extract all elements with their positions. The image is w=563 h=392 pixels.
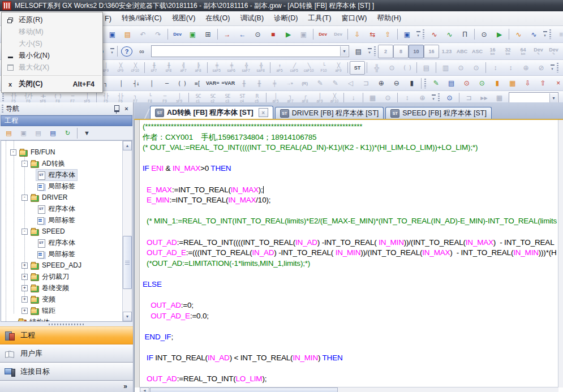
toolbar-fkey-button[interactable]: ╳aF9 [331, 61, 346, 74]
toolbar-help-button[interactable]: ? [121, 46, 132, 57]
tree-item[interactable]: +辊距 [1, 305, 123, 316]
toolbar-button[interactable]: ▣ [296, 28, 311, 41]
tree-expander[interactable]: + [22, 285, 28, 291]
toolbar-redo-button[interactable]: ↷ [151, 28, 166, 41]
menu-item[interactable]: 帮助(H) [372, 12, 406, 25]
scrollbar-thumb[interactable] [123, 236, 132, 289]
toolbar-property-button[interactable]: ▤ [46, 127, 60, 139]
editor-vertical-scrollbar[interactable] [558, 120, 563, 387]
toolbar-copy-button[interactable]: ▣ [16, 127, 31, 139]
toolbar-button[interactable]: ⊙ [459, 76, 474, 90]
tree-item[interactable]: +分切裁刀 [1, 271, 123, 282]
nav-button-conn[interactable]: 连接目标 [0, 363, 133, 381]
toolbar-button[interactable]: ≡[ [190, 76, 205, 90]
toolbar-button[interactable]: ▶ [492, 28, 507, 41]
close-panel-button[interactable]: × [122, 105, 131, 113]
toolbar-paste-button[interactable]: ▤ [31, 127, 45, 139]
menu-item[interactable]: 视图(V) [167, 12, 201, 25]
toolbar-button[interactable]: ( ) [174, 76, 190, 90]
toolbar-button[interactable]: ▤ [444, 76, 459, 90]
toolbar-button[interactable]: ╫ [236, 76, 251, 90]
toolbar-button[interactable]: ∿ [511, 28, 526, 41]
toolbar-button[interactable]: Dev [330, 28, 346, 41]
system-menu-item[interactable]: 还原(R) [2, 14, 102, 26]
toolbar-display-mode-button[interactable]: 64bit [515, 45, 531, 58]
toolbar-button[interactable]: ⊙ [474, 76, 489, 90]
toolbar-display-mode-button[interactable]: 16bit [485, 45, 500, 58]
toolbar-overflow-chevron[interactable]: ▾ [549, 62, 556, 74]
toolbar-display-mode-button[interactable]: Dev✎ [546, 45, 561, 58]
tree-expander[interactable]: - [22, 161, 28, 167]
editor-tab[interactable]: STDRIVER [FB] 程序本体 [ST] [275, 107, 384, 119]
toolbar-display-mode-button[interactable]: 10 [409, 45, 424, 58]
editor-tab[interactable]: STAD转换 [FB] 程序本体 [ST]× [150, 106, 273, 120]
toolbar-combobox[interactable] [151, 45, 349, 57]
tree-item[interactable]: -SPEED [1, 226, 123, 237]
toolbar-edit-mode-button[interactable]: ✎ [428, 76, 444, 90]
tree-item[interactable]: +卷绕变频 [1, 282, 123, 294]
toolbar-button[interactable]: ≡ [553, 28, 563, 41]
toolbar-read-from-plc-button[interactable]: ← [235, 28, 250, 41]
menu-item[interactable]: 诊断(D) [269, 12, 303, 25]
toolbar-fkey-button[interactable]: ╪saF5 [209, 61, 224, 74]
toolbar-button[interactable]: ╫ [251, 76, 267, 90]
toolbar-button[interactable]: Π [457, 28, 472, 41]
toolbar-button[interactable]: │ [113, 76, 128, 90]
tree-expander[interactable]: + [22, 296, 28, 303]
toolbar-button[interactable]: ▥ [438, 61, 453, 75]
toolbar-monitor-button[interactable]: ⊙ [250, 28, 265, 41]
toolbar-button[interactable]: × [551, 76, 563, 90]
menu-item[interactable]: 调试(B) [235, 12, 269, 25]
toolbar-display-mode-button[interactable]: 1.23 [439, 45, 454, 58]
toolbar-fkey-button[interactable]: ╬saF8 [253, 61, 268, 74]
toolbar-button[interactable]: ⇆ [365, 28, 380, 41]
toolbar-display-mode-button[interactable]: VAR= [205, 76, 221, 90]
tree-item[interactable]: 局部标签 [1, 214, 123, 226]
toolbar-button[interactable]: ⊙ [453, 61, 469, 75]
toolbar-button[interactable]: ⇩ [350, 28, 365, 41]
toolbar-button[interactable]: ⇩ [520, 76, 535, 90]
toolbar-sampling-trace-button[interactable]: ∿ [427, 28, 442, 41]
toolbar-write-to-plc-button[interactable]: → [220, 28, 235, 41]
st-code-editor[interactable]: (***************************************… [134, 120, 563, 392]
toolbar-monitor-start-button[interactable]: ▶ [281, 28, 296, 41]
toolbar-fkey-button[interactable]: ╳cF10 [128, 61, 143, 74]
toolbar-overflow-chevron[interactable]: ▾ [109, 45, 115, 58]
panel-splitter-handle[interactable] [0, 322, 133, 326]
toolbar-find-results-button[interactable]: ▤ [351, 45, 366, 58]
toolbar-find-button[interactable]: ∞ [134, 45, 149, 58]
toolbar-fkey-button[interactable]: ╱caF5 [287, 61, 302, 74]
toolbar-button[interactable]: ✎ [312, 76, 328, 90]
toolbar-display-mode-button[interactable]: =VAR [221, 76, 237, 90]
toolbar-fkey-button[interactable]: ╲caF10 [302, 61, 316, 74]
toolbar-fkey-button[interactable]: ╪saF6 [224, 61, 239, 74]
toolbar-button[interactable]: ∿ [526, 28, 541, 41]
toolbar-button[interactable]: ╬ [369, 61, 384, 75]
system-menu-item[interactable]: x关闭(C)Alt+F4 [2, 77, 102, 91]
toolbar-device-find-button[interactable]: Dev [170, 28, 185, 41]
toolbar-remote-operation-button[interactable]: ▣ [399, 28, 415, 41]
tree-item[interactable]: 程序本体 [1, 203, 123, 214]
menu-item[interactable]: 工具(T) [303, 12, 336, 25]
toolbar-copy-button[interactable]: ▣ [105, 28, 120, 41]
toolbar-zoom-out-button[interactable]: ⊖ [389, 76, 404, 90]
toolbar-button[interactable]: ▤ [419, 61, 434, 75]
toolbar-button[interactable]: │ [144, 76, 159, 90]
toolbar-display-mode-button[interactable]: ASC [470, 45, 485, 58]
toolbar-fkey-button[interactable]: ╠aF8 [191, 61, 205, 74]
nav-button-lib[interactable]: 用户库 [0, 344, 133, 363]
toolbar-button[interactable]: ⊙ [469, 61, 484, 75]
editor-horizontal-scrollbar[interactable]: ◀ [140, 387, 558, 392]
menu-item[interactable]: 转换/编译(C) [117, 12, 167, 25]
toolbar-button[interactable]: ( ) [399, 61, 415, 75]
toolbar-new-item-button[interactable]: ▤ [2, 127, 16, 139]
tree-item[interactable]: 程序本体 [1, 169, 123, 180]
scroll-left-arrow[interactable]: ◀ [140, 387, 149, 392]
toolbar-refresh-button[interactable]: ↻ [61, 127, 75, 139]
toolbar-fkey-button[interactable]: ╫sF8 [161, 61, 176, 74]
toolbar-button[interactable]: ↕ [488, 61, 503, 75]
toolbar-button[interactable]: ✎ [328, 76, 343, 90]
tree-item[interactable]: 结构体 [1, 316, 123, 322]
tree-item[interactable]: 局部标签 [1, 248, 123, 260]
tree-expander[interactable]: - [22, 195, 28, 201]
